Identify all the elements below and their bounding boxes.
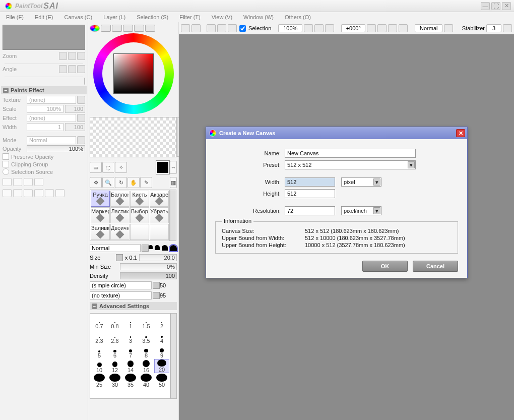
angle-display[interactable]: +000° [341,24,365,32]
new-layer-icon[interactable] [3,178,12,186]
menu-layer[interactable]: Layer (L) [103,14,125,20]
empty-layer-icon[interactable] [13,189,22,197]
effect-dropdown-icon[interactable] [77,114,85,122]
color-mixer-tab-icon[interactable] [123,25,133,32]
brush-size-5[interactable]: 5 [92,344,107,358]
selection-checkbox[interactable] [239,25,246,32]
rotate-cw-button[interactable] [68,65,76,73]
brush-size-40[interactable]: 40 [139,374,154,388]
brush-scrollbar[interactable] [170,313,177,399]
color-scratch-tab-icon[interactable] [145,25,155,32]
brush-shape-select[interactable]: (simple circle) [90,281,152,289]
brush-tip-2[interactable] [155,245,160,250]
mode-dropdown-icon[interactable] [77,136,85,144]
color-swatch-tab-icon[interactable] [134,25,144,32]
minsize-slider[interactable]: 0% [120,263,177,270]
tool-eraser[interactable]: Ластик [110,207,130,223]
tool-airbrush[interactable]: Баллонч [110,191,130,207]
delete-layer-icon[interactable] [45,189,54,197]
brush-size-7[interactable]: 7 [123,344,138,358]
wand-tool-icon[interactable]: ✧ [115,162,127,173]
effect-select[interactable]: (none) [27,114,76,122]
blend-dropdown-icon[interactable] [142,245,149,252]
zoom-display[interactable]: 100% [278,24,302,32]
blend-display[interactable]: Normal [415,24,442,32]
brush-size-2.6[interactable]: 2.6 [107,330,122,344]
brush-tip-4[interactable] [170,245,177,251]
name-input[interactable] [285,149,416,158]
brush-size-2[interactable]: 2 [154,315,169,329]
tool-brush[interactable]: Кисть [130,191,149,207]
brush-size-30[interactable]: 30 [107,374,122,388]
width-input[interactable] [285,177,335,187]
flip-button[interactable] [84,78,85,85]
rotate-ccw-button[interactable] [59,65,67,73]
menu-file[interactable]: File (F) [6,14,24,20]
stabilizer-value[interactable]: 3 [486,24,501,32]
size-dropdown-icon[interactable] [116,254,123,261]
unit-select[interactable]: pixel▾ [341,177,381,187]
height-input[interactable] [285,189,335,198]
apply-mask-icon[interactable] [34,189,43,197]
brush-size-2.3[interactable]: 2.3 [92,330,107,344]
brush-size-25[interactable]: 25 [92,374,107,388]
cancel-button[interactable]: Cancel [413,261,458,272]
undo-icon[interactable] [181,24,190,32]
brush-size-0.7[interactable]: 0.7 [92,315,107,329]
maximize-button[interactable]: ⛶ [491,2,500,10]
brush-size-20[interactable]: 20 [154,359,169,373]
zoom-reset-button[interactable] [77,52,85,60]
brush-size-4[interactable]: 4 [154,330,169,344]
menu-filter[interactable]: Filter (T) [179,14,201,20]
menu-view[interactable]: View (V) [212,14,232,20]
color-hsv-tab-icon[interactable] [112,25,122,32]
move-tool-icon[interactable]: ✥ [90,177,102,188]
eyedropper-tool-icon[interactable]: ✎ [140,177,152,188]
paints-effect-header[interactable]: Paints Effect [1,86,87,94]
rotate-tool-icon[interactable]: ↻ [115,177,127,188]
rot-reset2-icon[interactable] [388,24,397,32]
transfer-down-icon[interactable] [34,178,43,186]
tool-empty1[interactable] [130,224,149,240]
scale-field[interactable]: 100% [27,105,63,113]
tool-bucket[interactable]: Заливка [91,224,110,240]
brush-size-9[interactable]: 9 [154,344,169,358]
tool-empty2[interactable] [150,224,169,240]
brush-tip-1[interactable] [149,245,153,249]
preserve-opacity-checkbox[interactable]: Preserve Opacity [3,153,85,160]
brush-size-16[interactable]: 16 [139,359,154,373]
redo-icon[interactable] [191,24,201,32]
brush-size-6[interactable]: 6 [107,344,122,358]
tool-marker[interactable]: Маркер [91,207,110,223]
dialog-title-bar[interactable]: Create a New Canvas ✕ [206,127,467,139]
size-slider[interactable]: 20.0 [139,254,177,261]
zoom-fit-icon[interactable] [325,24,334,32]
ok-button[interactable]: OK [362,261,408,272]
deselect-icon[interactable] [207,24,216,32]
btexture-dropdown-icon[interactable] [153,292,160,299]
zoom-in2-icon[interactable] [314,24,324,32]
texture-dropdown-icon[interactable] [77,96,85,104]
tool-watercolor[interactable]: Акварел [150,191,169,207]
texture-select[interactable]: (none) [27,96,76,104]
brush-size-10[interactable]: 10 [92,359,107,373]
blend-dd-icon[interactable] [444,24,453,32]
clipping-group-checkbox[interactable]: Clipping Group [3,161,85,167]
merge-down-icon[interactable] [3,189,12,197]
tool-scrollbar[interactable] [170,190,176,241]
stabilizer-dd-icon[interactable] [503,24,512,32]
tool-select-pen[interactable]: Выбор [130,207,149,223]
brush-size-8[interactable]: 8 [139,344,154,358]
brush-size-1.5[interactable]: 1.5 [139,315,154,329]
dialog-close-button[interactable]: ✕ [456,129,465,137]
rotate-reset-button[interactable] [77,65,85,73]
menu-canvas[interactable]: Canvas (C) [65,14,93,20]
density-slider[interactable]: 100 [120,272,177,279]
fg-bg-swatch[interactable] [156,161,169,174]
brush-size-50[interactable]: 50 [154,374,169,388]
scratchpad[interactable] [90,117,177,157]
transparent-color-icon[interactable]: ▦ [170,177,177,188]
swap-color-icon[interactable]: ↔ [170,161,177,174]
brush-texture-select[interactable]: (no texture) [90,291,152,299]
flip-h-icon[interactable] [399,24,408,32]
